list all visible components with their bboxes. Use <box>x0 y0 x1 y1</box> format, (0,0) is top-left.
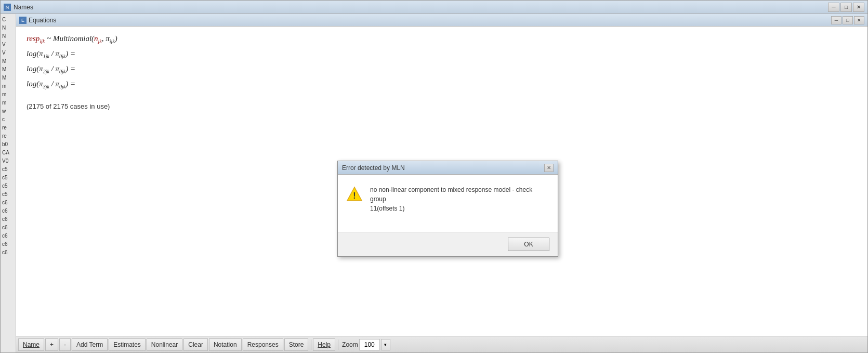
list-item: M <box>1 57 15 66</box>
equations-titlebar: E Equations ─ □ ✕ <box>16 14 867 27</box>
add-term-button[interactable]: Add Term <box>72 338 108 351</box>
dialog-body: ! no non-linear component to mixed respo… <box>338 175 558 232</box>
list-item: m <box>1 82 15 90</box>
minus-button[interactable]: - <box>59 338 71 351</box>
eq1-resp: resp <box>27 34 40 43</box>
list-item: m <box>1 90 15 99</box>
names-restore-button[interactable]: □ <box>840 3 852 12</box>
dialog-message-area: ! no non-linear component to mixed respo… <box>346 185 549 213</box>
clear-button[interactable]: Clear <box>183 338 208 351</box>
eq3-sub2: 0jk <box>59 69 65 74</box>
equations-window-title: Equations <box>29 17 56 24</box>
list-item: c6 <box>1 207 15 215</box>
list-item: V0 <box>1 157 15 165</box>
eq3-div: / π <box>49 64 59 73</box>
dialog-ok-button[interactable]: OK <box>508 238 549 251</box>
toolbar-separator-2 <box>338 339 338 350</box>
eq2-log: log(π <box>27 49 43 58</box>
plus-button[interactable]: + <box>45 338 58 351</box>
list-item: c6 <box>1 240 15 249</box>
equation-line-3: log(π2jk / π0jk) = <box>27 64 857 74</box>
dialog-title: Error detected by MLN <box>342 164 405 172</box>
eq1-n: n <box>94 34 98 43</box>
list-item: c5 <box>1 190 15 199</box>
list-item: b0 <box>1 140 15 149</box>
list-item: re <box>1 124 15 132</box>
list-item: N <box>1 24 15 32</box>
eq2-sub1: 1jk <box>43 54 49 59</box>
list-item: V <box>1 41 15 49</box>
list-item: CA <box>1 149 15 157</box>
eq3-close: ) = <box>65 64 75 73</box>
list-item: c6 <box>1 249 15 257</box>
list-item: re <box>1 132 15 140</box>
list-item: c5 <box>1 174 15 182</box>
names-titlebar: N Names ─ □ ✕ <box>1 1 867 14</box>
eq4-div: / π <box>49 80 59 88</box>
list-item: C <box>1 16 15 24</box>
names-close-button[interactable]: ✕ <box>853 3 864 12</box>
names-titlebar-buttons: ─ □ ✕ <box>828 3 864 12</box>
sidebar-names-list: C N N V V M M M m m m w c re re b0 CA V0… <box>1 15 16 257</box>
name-button[interactable]: Name <box>18 338 44 351</box>
toolbar-separator <box>311 339 311 350</box>
names-window-title: Names <box>14 4 33 11</box>
zoom-input[interactable] <box>359 339 380 350</box>
eq4-sub1: 3jk <box>43 84 49 89</box>
equations-restore-button[interactable]: □ <box>843 16 853 24</box>
list-item: m <box>1 99 15 107</box>
list-item: N <box>1 32 15 41</box>
zoom-label: Zoom <box>342 341 358 348</box>
zoom-container: Zoom ▾ <box>342 339 390 350</box>
list-item: c6 <box>1 199 15 207</box>
equation-line-1: respijk ~ Multinomial(njk, πijk) <box>27 34 857 44</box>
svg-text:!: ! <box>353 191 356 200</box>
equations-window-icon: E <box>19 17 27 24</box>
equations-close-button[interactable]: ✕ <box>854 16 864 24</box>
eq2-div: / π <box>49 49 59 58</box>
list-item: c6 <box>1 232 15 240</box>
dialog-titlebar: Error detected by MLN ✕ <box>338 161 558 175</box>
list-item: c5 <box>1 182 15 190</box>
estimates-button[interactable]: Estimates <box>109 338 146 351</box>
equations-minimize-button[interactable]: ─ <box>831 16 841 24</box>
eq3-log: log(π <box>27 64 43 73</box>
eq1-pi-sub: ijk <box>110 38 115 44</box>
names-window-icon: N <box>4 4 11 11</box>
eq1-tilde: ~ <box>47 34 53 43</box>
nonlinear-button[interactable]: Nonlinear <box>147 338 182 351</box>
warning-icon: ! <box>346 186 363 203</box>
equation-line-2: log(π1jk / π0jk) = <box>27 49 857 59</box>
list-item: w <box>1 107 15 115</box>
notation-button[interactable]: Notation <box>209 338 242 351</box>
eq4-sub2: 0jk <box>59 84 65 89</box>
names-minimize-button[interactable]: ─ <box>828 3 839 12</box>
list-item: c6 <box>1 224 15 232</box>
dialog-message: no non-linear component to mixed respons… <box>370 185 549 213</box>
eq2-sub2: 0jk <box>59 54 65 59</box>
help-button[interactable]: Help <box>313 338 335 351</box>
responses-button[interactable]: Responses <box>243 338 283 351</box>
names-window: N Names ─ □ ✕ C N N V V M M M m m m w <box>0 0 868 353</box>
eq1-close: ) <box>115 34 117 43</box>
eq1-comma: , π <box>102 34 110 43</box>
eq3-sub1: 2jk <box>43 69 49 74</box>
store-button[interactable]: Store <box>284 338 309 351</box>
equation-line-4: log(π3jk / π0jk) = <box>27 80 857 89</box>
error-dialog: Error detected by MLN ✕ ! no non-linear … <box>337 161 558 257</box>
dialog-close-button[interactable]: ✕ <box>544 164 554 172</box>
eq1-resp-sub: ijk <box>40 38 45 44</box>
eq4-close: ) = <box>65 80 75 88</box>
dialog-message-line2: 11(offsets 1) <box>370 204 549 213</box>
list-item: c6 <box>1 215 15 224</box>
zoom-dropdown-button[interactable]: ▾ <box>381 339 390 350</box>
list-item: V <box>1 49 15 57</box>
equations-titlebar-buttons: ─ □ ✕ <box>831 16 864 24</box>
cases-text: (2175 of 2175 cases in use) <box>27 102 857 110</box>
list-item: M <box>1 74 15 82</box>
names-titlebar-left: N Names <box>4 4 33 11</box>
eq1-n-sub: jk <box>98 38 102 44</box>
list-item: c5 <box>1 165 15 174</box>
eq2-close: ) = <box>65 49 75 58</box>
bottom-toolbar: Name + - Add Term Estimates Nonlinear Cl… <box>16 336 867 352</box>
